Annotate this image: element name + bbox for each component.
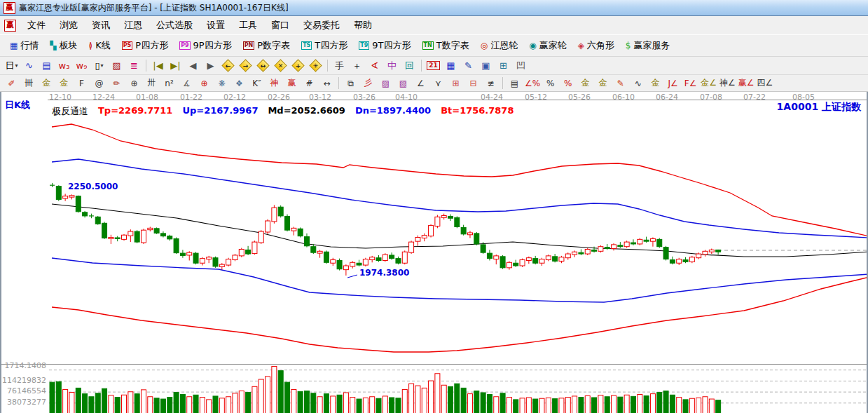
赢家轮-button[interactable]: ◉赢家轮 xyxy=(523,37,572,54)
all-dir-diamond-button[interactable]: ✳ xyxy=(307,58,324,74)
menu-item-0[interactable]: 文件 xyxy=(20,18,53,32)
K线-button[interactable]: ≬K线 xyxy=(83,37,116,54)
four-angle-icon[interactable]: 四∠ xyxy=(755,76,774,90)
ray-box-icon[interactable]: ▨ xyxy=(377,76,394,90)
gann-tool-icon[interactable]: 中 xyxy=(383,58,401,74)
pan-hand-icon[interactable]: 手 xyxy=(331,58,348,74)
annotate-icon[interactable]: ✎ xyxy=(612,76,629,90)
p9-square-icon: P9 xyxy=(179,41,190,50)
h-measure-icon[interactable]: ↔ xyxy=(318,76,336,90)
gold-grid2-icon[interactable]: 金 xyxy=(55,76,73,90)
spiral-grid-icon[interactable]: @ xyxy=(90,76,108,90)
wave-3-icon[interactable]: w₃ xyxy=(55,58,73,74)
六角形-button[interactable]: ◈六角形 xyxy=(572,37,620,54)
gold-angle-icon[interactable]: 金∠ xyxy=(699,76,718,90)
menu-item-5[interactable]: 设置 xyxy=(200,18,232,32)
prev-bar-button[interactable]: ◀ xyxy=(184,58,202,74)
candle-style-button[interactable]: ▯▾ xyxy=(90,58,108,74)
notes-icon[interactable]: ✎ xyxy=(460,58,477,74)
target-circle-icon[interactable]: ⊕ xyxy=(195,76,213,90)
workstation-icon[interactable]: 凹 xyxy=(512,58,530,74)
menu-item-4[interactable]: 公式选股 xyxy=(149,18,200,32)
mirror-angle-icon[interactable]: ∡ xyxy=(178,76,195,90)
h-expand-diamond-button[interactable]: ↔ xyxy=(254,58,272,74)
gold-line2-icon[interactable]: 金 xyxy=(647,76,664,90)
f-angle-icon[interactable]: F∠ xyxy=(682,76,699,90)
box-measure-icon[interactable]: ⧉ xyxy=(342,76,359,90)
time-grid-icon[interactable]: 卌 xyxy=(20,76,38,90)
9P四方形-button[interactable]: P99P四方形 xyxy=(174,37,237,54)
9T四方形-button[interactable]: T99T四方形 xyxy=(353,37,416,54)
web-box-icon[interactable]: ❖ xyxy=(230,76,248,90)
toolbar-separator xyxy=(421,60,422,72)
save-icon[interactable]: ▣ xyxy=(477,58,495,74)
江恩轮-button[interactable]: ◎江恩轮 xyxy=(475,37,523,54)
赢家服务-button[interactable]: $赢家服务 xyxy=(620,37,676,54)
next-bar-button[interactable]: ▶ xyxy=(202,58,219,74)
title-bar[interactable]: 赢 赢家江恩专业版[赢家内部服务平台] - [上证指数 SH1A0001-167… xyxy=(0,0,868,16)
ray-box2-icon[interactable]: ▧ xyxy=(394,76,412,90)
menu-item-6[interactable]: 工具 xyxy=(232,18,264,32)
brush-icon[interactable]: ✐ xyxy=(3,76,20,90)
slant-lines-icon[interactable]: ≢ xyxy=(482,76,500,90)
calculator-icon[interactable]: ▦ xyxy=(442,58,460,74)
volume-profile-icon[interactable]: ≣ xyxy=(125,58,143,74)
red-grid-icon[interactable]: ⊞ xyxy=(447,76,464,90)
zoom-in-diamond-button[interactable]: → xyxy=(237,58,254,74)
T数字表-button[interactable]: TNT数字表 xyxy=(417,37,475,54)
wave-9-icon[interactable]: w₉ xyxy=(73,58,90,74)
k-note-icon[interactable]: K″ xyxy=(248,76,266,90)
last-bar-button[interactable]: ▶| xyxy=(167,58,184,74)
menu-item-9[interactable]: 帮助 xyxy=(347,18,379,32)
calendar-21-icon[interactable]: 21 xyxy=(425,58,442,74)
percent-icon[interactable]: % xyxy=(542,76,559,90)
rays-icon[interactable]: 彡 xyxy=(359,76,377,90)
measure-table-icon[interactable]: ▤ xyxy=(506,76,523,90)
first-bar-button[interactable]: |◀ xyxy=(149,58,167,74)
gold-line-icon[interactable]: 金 xyxy=(594,76,612,90)
f-grid-icon[interactable]: F xyxy=(73,76,90,90)
menu-item-3[interactable]: 江恩 xyxy=(117,18,149,32)
grid-123-icon[interactable]: # xyxy=(301,76,318,90)
red-grid2-icon[interactable]: ⊟ xyxy=(464,76,482,90)
check-lines-icon[interactable]: ⋎ xyxy=(429,76,447,90)
win-grid-icon[interactable]: 赢 xyxy=(283,76,301,90)
circle-grid-icon[interactable]: ⊕ xyxy=(125,76,143,90)
j-angle-icon[interactable]: J∠ xyxy=(664,76,682,90)
cross-diamond-button[interactable]: + xyxy=(289,58,307,74)
tick-grid-icon[interactable]: 卅 xyxy=(143,76,160,90)
wave-channel-icon[interactable]: ∿ xyxy=(629,76,647,90)
web-icon[interactable]: ❋ xyxy=(213,76,230,90)
gold-circle-icon[interactable]: 金 xyxy=(577,76,594,90)
行情-button[interactable]: ▦行情 xyxy=(4,37,44,54)
formula-curve-icon[interactable]: ∿ xyxy=(20,58,38,74)
measure-pen-icon[interactable]: ✏ xyxy=(108,76,125,90)
P数字表-button[interactable]: PNP数字表 xyxy=(237,37,296,54)
menu-item-2[interactable]: 资讯 xyxy=(85,18,117,32)
angle-measure-icon[interactable]: ∢ xyxy=(366,58,383,74)
板块-button[interactable]: ▚板块 xyxy=(44,37,83,54)
shen-grid-icon[interactable]: 神 xyxy=(266,76,283,90)
P四方形-button[interactable]: PSP四方形 xyxy=(116,37,174,54)
percent-angle-icon[interactable]: ∠% xyxy=(523,76,542,90)
pattern-grid-icon[interactable]: ▨ xyxy=(108,58,125,74)
chart-area: 12-1012-2401-0801-2202-1202-2603-1203-26… xyxy=(0,92,868,413)
candlestick-chart[interactable] xyxy=(1,92,867,413)
globe-tool-icon[interactable]: 回 xyxy=(401,58,418,74)
percent-line-icon[interactable]: % xyxy=(559,76,577,90)
zoom-out-diamond-button[interactable]: ← xyxy=(219,58,237,74)
angle-lines-icon[interactable]: ∠ xyxy=(412,76,429,90)
close-diamond-button[interactable]: ✕ xyxy=(272,58,289,74)
n2-grid-icon[interactable]: n² xyxy=(160,76,178,90)
menu-item-8[interactable]: 交易委托 xyxy=(296,18,347,32)
period-selector-button[interactable]: 日▾ xyxy=(3,58,20,74)
menu-item-1[interactable]: 浏览 xyxy=(53,18,85,32)
export-icon[interactable]: ⊞ xyxy=(495,58,512,74)
info-list-icon[interactable]: ▤ xyxy=(38,58,55,74)
menu-item-7[interactable]: 窗口 xyxy=(264,18,296,32)
crosshair-icon[interactable]: ＋ xyxy=(348,58,366,74)
gold-grid-icon[interactable]: 金 xyxy=(38,76,55,90)
win-angle-icon[interactable]: 赢∠ xyxy=(737,76,756,90)
shen-angle-icon[interactable]: 神∠ xyxy=(718,76,737,90)
T四方形-button[interactable]: TST四方形 xyxy=(296,37,353,54)
